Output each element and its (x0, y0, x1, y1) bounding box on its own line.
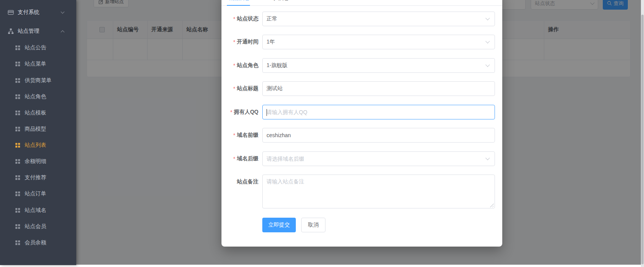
grid-icon (15, 224, 20, 229)
cancel-button[interactable]: 取消 (301, 218, 325, 232)
sidebar-item-balance-detail[interactable]: 余额明细 (0, 153, 76, 170)
form-row-site-title: 站点标题 (221, 81, 502, 96)
form-row-domain-prefix: 域名前缀 (221, 128, 502, 143)
site-status-value[interactable] (263, 12, 495, 26)
site-role-value[interactable] (263, 59, 495, 72)
sidebar-group-payment-system[interactable]: 支付系统 (0, 5, 76, 20)
sidebar-item-label: 站点角色 (25, 93, 46, 100)
sidebar-item-site-member[interactable]: 站点会员 (0, 218, 76, 235)
form-row-site-remark: 站点备注 (221, 175, 502, 208)
form-row-site-role: 站点角色 (221, 58, 502, 73)
sidebar-item-label: 支付推荐 (25, 174, 46, 181)
open-duration-select[interactable] (262, 35, 495, 49)
field-label: 站点备注 (221, 175, 258, 189)
app-screen: 新增站点 站点状态 查询 站点编号 开通来源 站点名称 操作 (0, 0, 644, 267)
field-label: 域名后缀 (221, 151, 258, 166)
sidebar-item-label: 供货商菜单 (25, 77, 52, 84)
sidebar-item-label: 会员余额 (25, 239, 46, 246)
field-label: 站点状态 (221, 12, 258, 26)
field-label: 站点角色 (221, 58, 258, 73)
grid-icon (15, 78, 20, 83)
sidebar-item-site-notice[interactable]: 站点公告 (0, 40, 76, 56)
sidebar-item-payment-recommend[interactable]: 支付推荐 (0, 170, 76, 186)
grid-icon (15, 45, 20, 50)
sidebar-item-member-balance[interactable]: 会员余额 (0, 235, 76, 251)
sidebar-item-site-template[interactable]: 站点模板 (0, 105, 76, 121)
grid-icon (15, 208, 20, 213)
grid-icon (15, 175, 20, 180)
sidebar-item-label: 余额明细 (25, 158, 46, 165)
sidebar-item-label: 站点会员 (25, 223, 46, 230)
grid-icon (15, 111, 20, 115)
grid-icon (15, 94, 20, 99)
tab-site-info[interactable]: 站点信息 (227, 0, 250, 5)
domain-prefix-field[interactable] (262, 128, 495, 143)
field-label: 开通时间 (221, 35, 258, 49)
page-bottom-edge (0, 265, 644, 267)
sidebar-item-label: 站点域名 (25, 207, 46, 214)
open-duration-value[interactable] (263, 35, 495, 49)
sidebar-group-site-management[interactable]: 站点管理 (0, 24, 76, 39)
site-remark-textarea[interactable] (263, 175, 495, 208)
page-scrollbar[interactable] (641, 0, 644, 267)
sidebar-item-label: 商品模型 (25, 126, 46, 133)
field-label: 拥有人QQ (221, 105, 258, 119)
sidebar-item-site-domain[interactable]: 站点域名 (0, 202, 76, 218)
grid-icon (15, 127, 20, 131)
grid-icon (15, 159, 20, 164)
site-status-select[interactable] (262, 12, 495, 26)
sidebar-item-site-menu[interactable]: 站点菜单 (0, 56, 76, 72)
scrollbar-thumb[interactable] (641, 15, 644, 264)
domain-prefix-input[interactable] (263, 128, 495, 142)
domain-suffix-value[interactable] (263, 152, 495, 166)
domain-suffix-select[interactable] (262, 151, 495, 166)
sidebar-item-label: 站点菜单 (25, 60, 46, 67)
sidebar-item-label: 站点订单 (25, 190, 46, 197)
sidebar-item-supplier-menu[interactable]: 供货商菜单 (0, 72, 76, 89)
sidebar-group-label: 支付系统 (18, 9, 39, 16)
site-form-dialog: 站点信息 登录信息 站点状态 开通时间 站点角色 (221, 0, 502, 247)
sidebar-item-product-model[interactable]: 商品模型 (0, 121, 76, 137)
sidebar-item-label: 站点公告 (25, 44, 46, 51)
sidebar-item-label: 站点模板 (25, 109, 46, 116)
form-row-domain-suffix: 域名后缀 (221, 151, 502, 166)
sidebar-item-label: 站点列表 (25, 142, 46, 149)
grid-icon (15, 240, 20, 245)
site-title-field[interactable] (262, 81, 495, 96)
sidebar-group-label: 站点管理 (18, 28, 39, 35)
grid-icon (15, 191, 20, 196)
sidebar: 支付系统 站点管理 站点公告 站点菜单 供货商菜单 站点角色 (0, 0, 76, 265)
owner-qq-input[interactable] (263, 105, 495, 119)
submit-button[interactable]: 立即提交 (262, 218, 296, 232)
chevron-up-icon (61, 30, 65, 34)
sitemap-icon (8, 28, 14, 34)
field-label: 域名前缀 (221, 128, 258, 143)
form-row-owner-qq: 拥有人QQ (221, 105, 502, 119)
sidebar-item-site-role[interactable]: 站点角色 (0, 89, 76, 105)
sidebar-item-site-list[interactable]: 站点列表 (0, 137, 76, 153)
site-role-select[interactable] (262, 58, 495, 73)
grid-icon (15, 62, 20, 66)
chevron-down-icon (61, 10, 65, 14)
tab-login-info[interactable]: 登录信息 (266, 0, 289, 5)
form-row-site-status: 站点状态 (221, 12, 502, 26)
owner-qq-field[interactable] (262, 105, 495, 119)
grid-icon (15, 143, 20, 148)
site-remark-field[interactable] (262, 175, 495, 208)
dialog-tabbar: 站点信息 登录信息 (221, 0, 502, 6)
form-row-open-duration: 开通时间 (221, 35, 502, 49)
sidebar-item-site-order[interactable]: 站点订单 (0, 186, 76, 202)
text-caret (267, 109, 267, 116)
bank-card-icon (8, 9, 14, 15)
site-title-input[interactable] (263, 82, 495, 96)
field-label: 站点标题 (221, 81, 258, 96)
